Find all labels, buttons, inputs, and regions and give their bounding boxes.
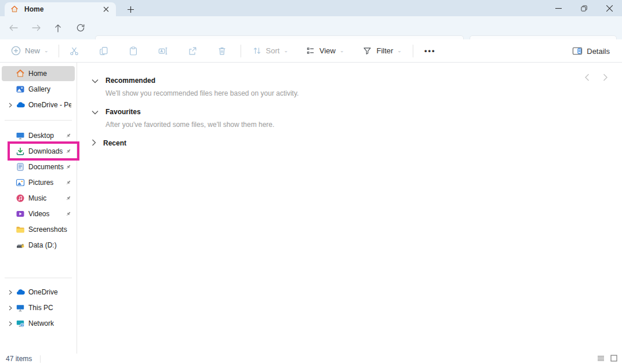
rename-icon <box>158 46 168 56</box>
section-title: Favourites <box>106 108 141 116</box>
sort-button[interactable]: Sort ⌄ <box>247 42 293 60</box>
pin-icon <box>66 193 71 203</box>
pin-icon <box>66 146 71 156</box>
details-pane-label: Details <box>587 47 610 56</box>
tab-close-button[interactable] <box>101 4 111 14</box>
onedrive-icon <box>16 100 25 110</box>
music-icon <box>16 194 25 203</box>
onedrive-icon <box>16 287 25 297</box>
details-panel-icon <box>572 46 583 56</box>
chevron-right-icon[interactable] <box>92 138 96 148</box>
videos-icon <box>16 209 25 219</box>
chevron-right-icon[interactable] <box>5 290 16 295</box>
chevron-down-icon: ⌄ <box>283 49 288 53</box>
sidebar-item-label: Downloads <box>28 147 63 155</box>
restore-button[interactable] <box>571 0 596 16</box>
sidebar-item-home[interactable]: Home <box>2 66 75 81</box>
toolbar-separator <box>413 45 413 57</box>
tab-title: Home <box>24 5 101 13</box>
filter-button[interactable]: Filter ⌄ <box>357 42 406 60</box>
plus-circle-icon <box>11 46 21 56</box>
sidebar-item-pictures[interactable]: Pictures <box>2 175 75 190</box>
new-button-label: New <box>25 46 40 55</box>
rename-button[interactable] <box>152 42 173 60</box>
navigation-bar: Home <box>0 16 622 39</box>
sidebar-item-onedrive-personal[interactable]: OneDrive - Persona <box>2 97 75 112</box>
sidebar-item-onedrive[interactable]: OneDrive <box>2 285 75 300</box>
sidebar-item-label: OneDrive <box>28 288 58 296</box>
sort-button-label: Sort <box>266 46 280 55</box>
details-pane-button[interactable]: Details <box>567 42 615 60</box>
cut-button[interactable] <box>64 42 85 60</box>
sidebar-divider <box>5 120 72 121</box>
sidebar-item-network[interactable]: Network <box>2 316 75 331</box>
section-recent-header[interactable]: Recent <box>92 137 613 150</box>
sidebar-item-label: This PC <box>28 304 53 312</box>
forward-button[interactable] <box>28 21 45 34</box>
sidebar-item-label: Music <box>28 194 46 202</box>
share-button[interactable] <box>182 42 203 60</box>
see-more-button[interactable]: ••• <box>419 42 441 60</box>
tab-home[interactable]: Home <box>5 2 116 16</box>
section-title: Recent <box>103 139 126 147</box>
sidebar-item-music[interactable]: Music <box>2 191 75 206</box>
toolbar-separator <box>241 45 241 57</box>
sidebar-item-label: Data (D:) <box>28 241 57 249</box>
details-view-icon[interactable] <box>597 354 605 364</box>
chevron-left-icon[interactable] <box>583 73 591 81</box>
sidebar-item-gallery[interactable]: Gallery <box>2 82 75 97</box>
sidebar-item-desktop[interactable]: Desktop <box>2 128 75 143</box>
more-icon: ••• <box>424 46 436 55</box>
chevron-down-icon[interactable] <box>92 107 99 117</box>
large-icons-view-icon[interactable] <box>610 354 617 364</box>
section-recommended-header[interactable]: Recommended <box>92 74 613 87</box>
delete-icon <box>217 46 227 56</box>
sidebar-item-label: OneDrive - Persona <box>28 101 71 109</box>
desktop-icon <box>16 131 25 140</box>
share-icon <box>187 46 198 56</box>
sidebar-item-label: Screenshots <box>28 225 67 234</box>
sidebar-item-data-d[interactable]: Data (D:) <box>2 238 75 253</box>
titlebar: Home <box>0 0 622 16</box>
window-controls <box>545 0 622 16</box>
toolbar-separator <box>59 45 59 57</box>
new-button[interactable]: New ⌄ <box>6 42 54 60</box>
chevron-right-icon[interactable] <box>5 305 16 311</box>
copy-button[interactable] <box>93 42 114 60</box>
status-separator <box>40 355 41 363</box>
drive-icon <box>16 241 25 250</box>
filter-icon <box>362 46 372 56</box>
navigation-pane: Home Gallery OneDrive - Persona <box>0 63 77 354</box>
chevron-down-icon[interactable] <box>92 75 99 86</box>
section-title: Recommended <box>106 77 155 85</box>
back-button[interactable] <box>5 21 21 34</box>
sidebar-item-this-pc[interactable]: This PC <box>2 300 75 315</box>
up-button[interactable] <box>50 21 66 34</box>
section-recommended-description: We'll show you recommended files here ba… <box>92 89 613 97</box>
delete-button[interactable] <box>212 42 232 60</box>
sidebar-item-label: Documents <box>28 163 64 171</box>
sidebar-item-videos[interactable]: Videos <box>2 206 75 221</box>
sidebar-item-documents[interactable]: Documents <box>2 159 75 174</box>
sidebar-item-screenshots[interactable]: Screenshots <box>2 222 75 237</box>
sidebar-item-label: Videos <box>28 210 49 218</box>
command-bar: New ⌄ Sort ⌄ View ⌄ <box>0 39 622 63</box>
paste-icon <box>128 46 139 56</box>
view-button[interactable]: View ⌄ <box>300 42 350 60</box>
network-icon <box>16 319 25 328</box>
refresh-button[interactable] <box>72 21 89 34</box>
new-tab-button[interactable] <box>125 4 136 14</box>
gallery-icon <box>16 85 25 94</box>
paste-button[interactable] <box>123 42 144 60</box>
section-favourites-header[interactable]: Favourites <box>92 105 613 118</box>
chevron-right-icon[interactable] <box>5 103 16 108</box>
chevron-right-icon[interactable] <box>5 321 16 326</box>
minimize-button[interactable] <box>545 0 571 16</box>
sidebar-item-label: Gallery <box>28 85 50 93</box>
cut-icon <box>69 46 79 56</box>
close-button[interactable] <box>596 0 622 16</box>
pin-icon <box>66 162 71 172</box>
sidebar-item-downloads[interactable]: Downloads <box>2 144 75 159</box>
home-icon <box>10 5 20 14</box>
chevron-right-icon[interactable] <box>601 73 609 81</box>
